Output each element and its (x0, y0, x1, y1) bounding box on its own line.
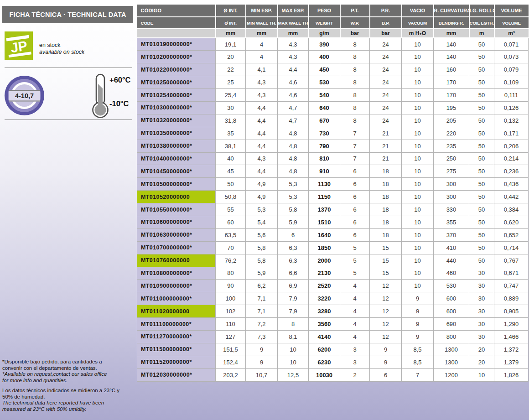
value-cell-pr: 18 (370, 191, 402, 203)
value-cell-max-esp: 10 (278, 343, 309, 356)
value-cell-vacio: 10 (402, 140, 434, 152)
value-cell-pt: 8 (340, 51, 370, 63)
value-cell-curvatura: 250 (434, 152, 469, 165)
value-cell-peso: 1640 (309, 228, 340, 241)
value-cell-min-esp: 4,4 (246, 165, 278, 178)
value-cell-pt: 5 (340, 254, 370, 267)
value-cell-rollo: 50 (469, 89, 494, 102)
value-cell-rollo: 30 (469, 292, 494, 305)
value-cell-o-int: 152,4 (216, 356, 246, 368)
col-header-es-pr: P.R. (370, 5, 402, 17)
value-cell-min-esp: 10,7 (246, 368, 278, 381)
value-cell-curvatura: 600 (434, 305, 469, 318)
table-row: MT010250000000*254,34,653082410170500,10… (137, 76, 529, 89)
value-cell-o-int: 31,8 (216, 114, 246, 127)
value-cell-vacio: 9 (402, 318, 434, 331)
value-cell-vacio: 10 (402, 114, 434, 127)
value-cell-o-int: 50,8 (216, 191, 246, 203)
value-cell-volume: 0,071 (494, 38, 529, 51)
thermometer-icon (90, 73, 110, 119)
value-cell-curvatura: 355 (434, 216, 469, 228)
value-cell-pr: 12 (370, 318, 402, 331)
value-cell-rollo: 50 (469, 101, 494, 114)
table-row: MT010450000000*454,44,891061810275500,23… (137, 165, 529, 178)
value-cell-max-esp: 7,9 (278, 292, 309, 305)
col-header-en-min-esp: MIN WALL TH. (246, 17, 278, 29)
value-cell-volume: 0,111 (494, 89, 529, 102)
value-cell-o-int: 70 (216, 241, 246, 254)
table-row: MT010380000000*38,14,44,879072110235500,… (137, 140, 529, 152)
value-cell-pt: 7 (340, 127, 370, 140)
value-cell-min-esp: 5,8 (246, 254, 278, 267)
value-cell-min-esp: 7,1 (246, 305, 278, 318)
table-row: MT010800000000*805,96,6213051510460300,6… (137, 267, 529, 280)
value-cell-pt: 8 (340, 38, 370, 51)
value-cell-curvatura: 140 (434, 38, 469, 51)
stock-note: en stock available on stock (39, 42, 84, 56)
col-header-es-pt: P.T. (340, 5, 370, 17)
value-cell-curvatura: 220 (434, 127, 469, 140)
value-cell-min-esp: 4,3 (246, 152, 278, 165)
value-cell-max-esp: 5,3 (278, 191, 309, 203)
value-cell-peso: 6200 (309, 343, 340, 356)
value-cell-vacio: 8,5 (402, 343, 434, 356)
col-unit-volume: m³ (494, 29, 529, 38)
value-cell-curvatura: 160 (434, 63, 469, 76)
value-cell-pr: 24 (370, 38, 402, 51)
table-row: MT011270000000*1277,38,141404129800301,4… (137, 330, 529, 343)
value-cell-pr: 12 (370, 280, 402, 292)
value-cell-o-int: 102 (216, 305, 246, 318)
value-cell-o-int: 25 (216, 76, 246, 89)
value-cell-min-esp: 4,4 (246, 140, 278, 152)
value-cell-rollo: 30 (469, 330, 494, 343)
value-cell-curvatura: 800 (434, 330, 469, 343)
value-cell-max-esp: 4,6 (278, 89, 309, 102)
value-cell-volume: 0,206 (494, 140, 529, 152)
value-cell-max-esp: 4,8 (278, 127, 309, 140)
value-cell-peso: 450 (309, 63, 340, 76)
value-cell-max-esp: 12,5 (278, 368, 309, 381)
value-cell-o-int: 38,1 (216, 140, 246, 152)
product-code-cell: MT010220000000* (137, 63, 216, 76)
product-code-cell: MT012030000000* (137, 368, 216, 381)
table-row: MT010500000000*504,95,3113061810300500,4… (137, 178, 529, 191)
value-cell-pr: 12 (370, 330, 402, 343)
col-header-es-o-int: Ø INT. (216, 5, 246, 17)
value-cell-pr: 24 (370, 51, 402, 63)
value-cell-min-esp: 4 (246, 51, 278, 63)
value-cell-rollo: 50 (469, 76, 494, 89)
value-cell-pt: 4 (340, 305, 370, 318)
divider (5, 119, 132, 120)
value-cell-vacio: 10 (402, 152, 434, 165)
value-cell-volume: 0,620 (494, 216, 529, 228)
stock-note-en: available on stock (39, 49, 84, 56)
value-cell-pr: 24 (370, 76, 402, 89)
value-cell-max-esp: 5,9 (278, 216, 309, 228)
value-cell-peso: 390 (309, 38, 340, 51)
value-cell-curvatura: 140 (434, 51, 469, 63)
col-header-es-peso: PESO (309, 5, 340, 17)
value-cell-pt: 7 (340, 140, 370, 152)
value-cell-peso: 540 (309, 89, 340, 102)
stock-note-es: en stock (39, 42, 84, 49)
value-cell-peso: 730 (309, 127, 340, 140)
value-cell-max-esp: 6,3 (278, 241, 309, 254)
product-code-cell: MT010900000000* (137, 280, 216, 292)
value-cell-max-esp: 8,1 (278, 330, 309, 343)
value-cell-vacio: 10 (402, 280, 434, 292)
value-cell-rollo: 50 (469, 165, 494, 178)
value-cell-vacio: 10 (402, 127, 434, 140)
value-cell-o-int: 40 (216, 152, 246, 165)
value-cell-pr: 18 (370, 165, 402, 178)
value-cell-curvatura: 440 (434, 254, 469, 267)
value-cell-volume: 0,889 (494, 292, 529, 305)
footnotes: *Disponible bajo pedido, para cantidades… (2, 359, 136, 412)
value-cell-pr: 21 (370, 152, 402, 165)
value-cell-rollo: 10 (469, 368, 494, 381)
value-cell-volume: 0,384 (494, 203, 529, 216)
value-cell-o-int: 90 (216, 280, 246, 292)
table-row: MT010220000000*224,14,445082410160500,07… (137, 63, 529, 76)
table-row: MT01052000000050,84,95,3115061810300500,… (137, 191, 529, 203)
col-header-en-peso: WEIGHT (309, 17, 340, 29)
value-cell-vacio: 10 (402, 241, 434, 254)
